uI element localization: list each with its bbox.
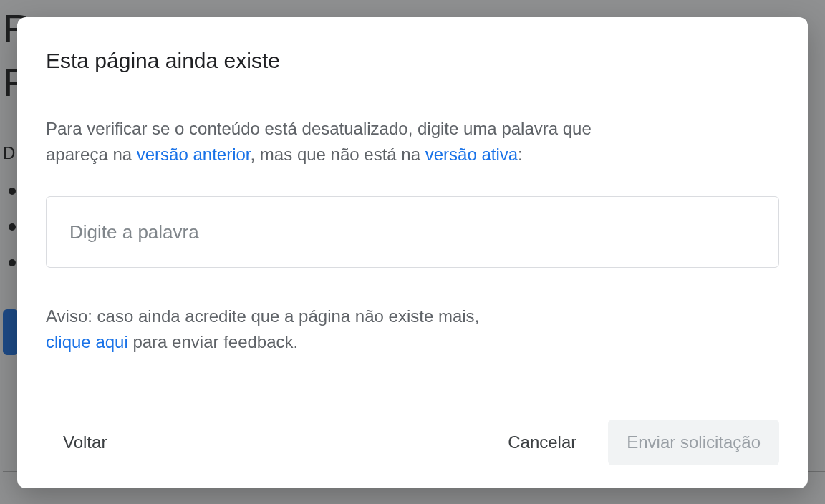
- warning-text-1: Aviso: caso ainda acredite que a página …: [46, 306, 479, 326]
- feedback-link[interactable]: clique aqui: [46, 332, 128, 352]
- word-input-wrap: [46, 196, 779, 268]
- intro-text-2: , mas que não está na: [251, 145, 425, 164]
- dialog-title: Esta página ainda existe: [46, 49, 779, 73]
- submit-button[interactable]: Enviar solicitação: [608, 420, 779, 465]
- intro-text-3: :: [518, 145, 523, 164]
- dialog-intro: Para verificar se o conteúdo está desatu…: [46, 116, 619, 168]
- page-exists-dialog: Esta página ainda existe Para verificar …: [17, 17, 808, 488]
- warning-text-2: para enviar feedback.: [128, 332, 298, 352]
- previous-version-link[interactable]: versão anterior: [137, 145, 251, 164]
- word-input[interactable]: [46, 196, 779, 268]
- back-button[interactable]: Voltar: [46, 421, 124, 464]
- dialog-actions: Voltar Cancelar Enviar solicitação: [46, 420, 779, 465]
- dialog-warning: Aviso: caso ainda acredite que a página …: [46, 304, 779, 355]
- cancel-button[interactable]: Cancelar: [491, 421, 594, 464]
- live-version-link[interactable]: versão ativa: [425, 145, 518, 164]
